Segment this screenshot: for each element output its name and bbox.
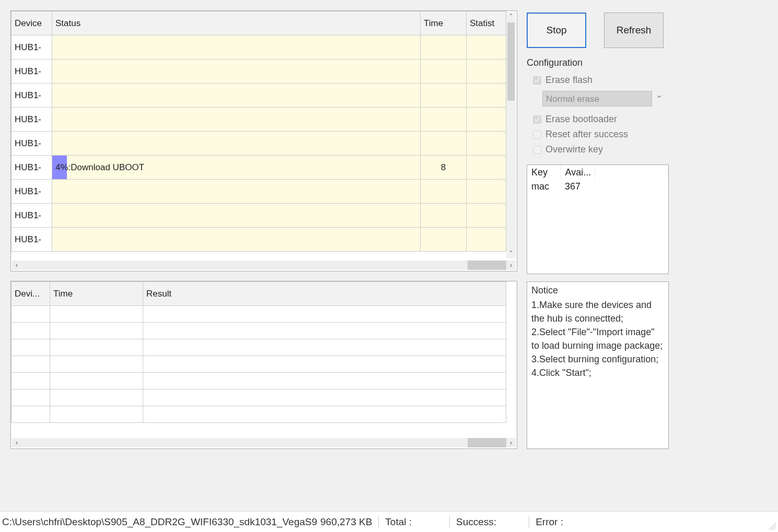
table-row <box>11 389 506 406</box>
time-cell <box>421 84 467 108</box>
device-cell: HUB1- <box>11 204 52 228</box>
notice-panel: Notice 1.Make sure the devices and the h… <box>527 281 669 449</box>
table-row[interactable]: mac367 <box>527 180 668 193</box>
status-cell <box>52 204 421 228</box>
overwrite-key-option: Overwirte key <box>527 142 669 157</box>
overwrite-key-checkbox[interactable] <box>533 146 541 154</box>
table-row <box>11 373 506 389</box>
device-cell: HUB1- <box>11 180 52 204</box>
erase-mode-select[interactable]: Normal erase <box>542 91 652 107</box>
time-cell <box>421 228 467 252</box>
reset-after-success-label: Reset after success <box>545 129 628 140</box>
device-cell: HUB1- <box>11 228 52 252</box>
col-key[interactable]: Key <box>527 165 561 180</box>
vertical-scrollbar[interactable]: ˄ ˅ <box>506 12 516 258</box>
col-result[interactable]: Result <box>143 282 506 306</box>
horizontal-scrollbar[interactable]: ‹ › <box>12 438 516 447</box>
scroll-up-icon[interactable]: ˄ <box>506 12 516 21</box>
table-row[interactable]: HUB1- <box>11 60 506 84</box>
statistic-cell <box>467 84 506 108</box>
statistic-cell <box>467 36 506 60</box>
status-text: 4%:Download UBOOT <box>52 158 420 177</box>
scroll-right-icon[interactable]: › <box>506 438 516 447</box>
table-row[interactable]: HUB1- <box>11 180 506 204</box>
scroll-down-icon[interactable]: ˅ <box>506 249 516 258</box>
avail-cell: 367 <box>561 180 594 193</box>
status-text <box>52 235 420 244</box>
erase-flash-label: Erase flash <box>545 75 593 86</box>
scroll-thumb[interactable] <box>21 261 468 270</box>
col-status[interactable]: Status <box>52 11 421 36</box>
status-cell <box>52 180 421 204</box>
status-total-label: Total : <box>385 516 412 528</box>
col-device[interactable]: Device <box>11 11 52 36</box>
time-cell: 8 <box>421 156 467 180</box>
time-cell <box>421 36 467 60</box>
status-size: 960,273 KB <box>320 516 372 528</box>
col-time[interactable]: Time <box>50 282 143 306</box>
key-table[interactable]: Key Avai... mac367 <box>527 165 668 193</box>
status-text <box>52 211 420 220</box>
table-row[interactable]: HUB1- <box>11 36 506 60</box>
resize-grip-icon[interactable] <box>769 523 776 530</box>
statistic-cell <box>467 180 506 204</box>
table-row <box>11 306 506 323</box>
scroll-thumb[interactable] <box>21 438 468 447</box>
status-text <box>52 43 420 52</box>
table-row[interactable]: HUB1- <box>11 228 506 252</box>
scroll-thumb[interactable] <box>507 22 515 101</box>
table-header-row: Device Status Time Statist <box>11 11 506 36</box>
status-bar: C:\Users\chfri\Desktop\S905_A8_DDR2G_WIF… <box>0 511 778 532</box>
table-header-row: Devi... Time Result <box>11 282 506 306</box>
status-error-label: Error : <box>536 516 563 528</box>
scroll-left-icon[interactable]: ‹ <box>12 261 21 270</box>
status-cell <box>52 108 421 132</box>
col-device[interactable]: Devi... <box>11 282 50 306</box>
table-row <box>11 323 506 339</box>
statistic-cell <box>467 228 506 252</box>
table-row[interactable]: HUB1- <box>11 204 506 228</box>
status-text <box>52 187 420 196</box>
scroll-right-icon[interactable]: › <box>506 261 516 270</box>
horizontal-scrollbar[interactable]: ‹ › <box>12 261 516 270</box>
table-row[interactable]: HUB1- <box>11 84 506 108</box>
key-table-panel: Key Avai... mac367 <box>527 164 669 274</box>
table-row[interactable]: HUB1-4%:Download UBOOT8 <box>11 156 506 180</box>
overwrite-key-label: Overwirte key <box>545 144 603 155</box>
device-cell: HUB1- <box>11 156 52 180</box>
col-time[interactable]: Time <box>421 11 467 36</box>
table-row[interactable]: HUB1- <box>11 132 506 156</box>
result-table-panel: Devi... Time Result ‹ › <box>10 281 517 449</box>
erase-flash-option: Erase flash <box>527 73 669 88</box>
status-cell <box>52 84 421 108</box>
scroll-left-icon[interactable]: ‹ <box>12 438 21 447</box>
statistic-cell <box>467 60 506 84</box>
col-statistic[interactable]: Statist <box>467 11 506 36</box>
reset-after-success-checkbox[interactable] <box>533 131 541 139</box>
statistic-cell <box>467 108 506 132</box>
table-row[interactable]: HUB1- <box>11 108 506 132</box>
col-avail[interactable]: Avai... <box>561 165 594 180</box>
time-cell <box>421 204 467 228</box>
key-cell: mac <box>527 180 561 193</box>
erase-bootloader-label: Erase bootloader <box>545 114 617 125</box>
device-cell: HUB1- <box>11 84 52 108</box>
stop-button[interactable]: Stop <box>527 13 586 48</box>
time-cell <box>421 108 467 132</box>
device-table[interactable]: Device Status Time Statist HUB1-HUB1-HUB… <box>11 11 506 252</box>
configuration-group: Configuration Erase flash Normal erase E… <box>527 57 669 157</box>
refresh-button[interactable]: Refresh <box>604 13 664 48</box>
status-path: C:\Users\chfri\Desktop\S905_A8_DDR2G_WIF… <box>2 516 317 528</box>
reset-after-success-option: Reset after success <box>527 127 669 142</box>
result-table[interactable]: Devi... Time Result <box>11 281 506 423</box>
table-row <box>11 406 506 423</box>
notice-text: 1.Make sure the devices and the hub is c… <box>531 298 664 380</box>
status-success-label: Success: <box>456 516 496 528</box>
time-cell <box>421 132 467 156</box>
erase-bootloader-checkbox[interactable] <box>533 115 541 124</box>
status-text <box>52 67 420 76</box>
statistic-cell <box>467 204 506 228</box>
erase-flash-checkbox[interactable] <box>533 76 541 85</box>
status-cell <box>52 60 421 84</box>
notice-title: Notice <box>531 285 664 296</box>
